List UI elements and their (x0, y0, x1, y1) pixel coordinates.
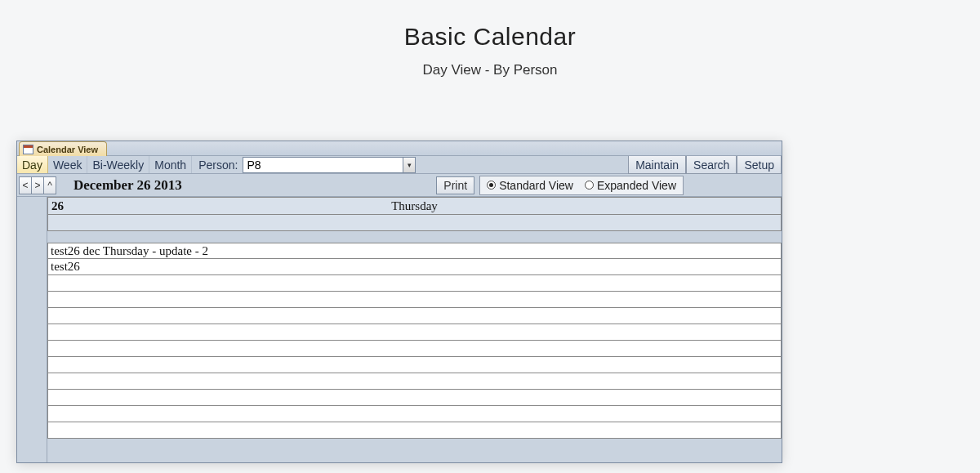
radio-expanded-view[interactable]: Expanded View (585, 179, 676, 192)
window-tab-title: Calendar View (37, 145, 98, 154)
search-button-label: Search (693, 158, 729, 172)
chevron-right-icon: > (34, 180, 40, 191)
calendar-window: Calendar View Day Week Bi-Weekly Month P… (16, 141, 782, 463)
event-row[interactable] (47, 308, 782, 324)
tab-week-label: Week (53, 158, 82, 172)
print-button-label: Print (443, 179, 467, 192)
time-gutter (17, 197, 47, 462)
person-select[interactable]: ▾ (243, 157, 416, 173)
radio-dot-icon (585, 181, 594, 190)
day-column: 26 Thursday test26 dec Thursday - update… (47, 197, 782, 462)
event-row[interactable] (47, 324, 782, 341)
person-dropdown-button[interactable]: ▾ (403, 157, 416, 173)
tab-biweekly[interactable]: Bi-Weekly (87, 156, 149, 173)
radio-standard-label: Standard View (499, 179, 573, 192)
search-button[interactable]: Search (686, 156, 737, 174)
date-toolbar: < > ^ December 26 2013 Print Standard Vi… (17, 174, 782, 197)
tab-biweekly-label: Bi-Weekly (92, 158, 144, 172)
event-text: test26 (51, 260, 80, 274)
day-grid: 26 Thursday test26 dec Thursday - update… (17, 197, 782, 462)
maintain-button[interactable]: Maintain (628, 156, 686, 174)
prev-button[interactable]: < (19, 176, 32, 194)
grid-spacer (47, 231, 782, 243)
up-button[interactable]: ^ (43, 176, 56, 194)
event-text: test26 dec Thursday - update - 2 (51, 244, 208, 258)
event-row[interactable] (47, 357, 782, 373)
person-input[interactable] (243, 157, 403, 173)
day-name: Thursday (48, 199, 781, 213)
event-row[interactable] (47, 341, 782, 357)
radio-standard-view[interactable]: Standard View (487, 179, 573, 192)
tab-month-label: Month (154, 158, 186, 172)
current-date: December 26 2013 (74, 177, 182, 194)
print-button[interactable]: Print (436, 176, 474, 194)
page-subtitle: Day View - By Person (0, 62, 980, 78)
chevron-down-icon: ▾ (408, 161, 412, 169)
page-heading: Basic Calendar Day View - By Person (0, 0, 980, 78)
chevron-left-icon: < (22, 180, 28, 191)
setup-button[interactable]: Setup (737, 156, 782, 174)
chevron-up-icon: ^ (47, 180, 52, 191)
setup-button-label: Setup (744, 158, 774, 172)
allday-row[interactable] (47, 215, 782, 231)
person-label: Person: (192, 156, 243, 173)
tab-day[interactable]: Day (17, 156, 48, 173)
view-toolbar: Day Week Bi-Weekly Month Person: ▾ Maint… (17, 156, 782, 174)
event-row[interactable] (47, 422, 782, 439)
event-row[interactable] (47, 406, 782, 422)
event-row[interactable] (47, 373, 782, 390)
day-header: 26 Thursday (47, 197, 782, 215)
event-row[interactable] (47, 390, 782, 406)
maintain-button-label: Maintain (635, 158, 679, 172)
window-tab[interactable]: Calendar View (19, 141, 107, 156)
tab-week[interactable]: Week (48, 156, 88, 173)
tab-day-label: Day (22, 158, 42, 172)
form-icon (23, 145, 33, 154)
event-row[interactable] (47, 275, 782, 292)
page-title: Basic Calendar (0, 23, 980, 51)
next-button[interactable]: > (31, 176, 44, 194)
radio-dot-icon (487, 181, 496, 190)
view-options-group: Standard View Expanded View (479, 176, 684, 195)
event-row[interactable]: test26 dec Thursday - update - 2 (47, 243, 782, 259)
event-row[interactable]: test26 (47, 259, 782, 275)
tab-month[interactable]: Month (149, 156, 192, 173)
window-titlebar: Calendar View (17, 141, 782, 156)
radio-expanded-label: Expanded View (597, 179, 676, 192)
event-row[interactable] (47, 292, 782, 308)
